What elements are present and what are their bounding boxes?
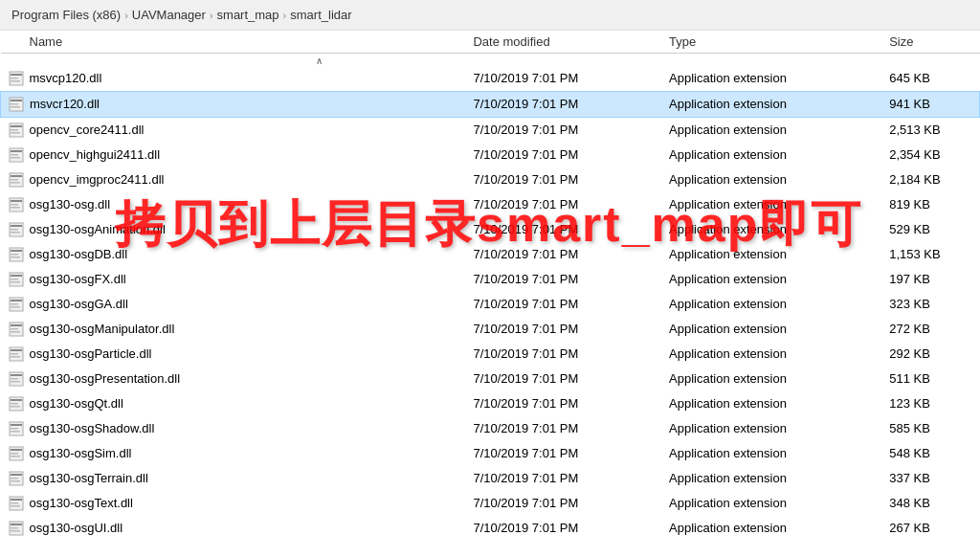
breadcrumb-item-2[interactable]: smart_map bbox=[217, 8, 279, 22]
svg-rect-70 bbox=[11, 502, 18, 504]
svg-rect-42 bbox=[11, 328, 18, 330]
file-size: 267 KB bbox=[881, 516, 979, 541]
dll-icon bbox=[9, 396, 24, 412]
svg-rect-1 bbox=[11, 74, 22, 76]
breadcrumb-item-3[interactable]: smart_lidar bbox=[290, 8, 351, 22]
svg-rect-23 bbox=[11, 207, 20, 209]
file-date: 7/10/2019 7:01 PM bbox=[465, 242, 661, 267]
file-size: 323 KB bbox=[881, 292, 979, 317]
file-name: osg130-osgShadow.dll bbox=[30, 418, 155, 439]
svg-rect-73 bbox=[11, 524, 22, 525]
column-header-name[interactable]: Name bbox=[1, 31, 466, 54]
file-date: 7/10/2019 7:01 PM bbox=[465, 441, 661, 466]
table-row[interactable]: osg130-osgTerrain.dll7/10/2019 7:01 PMAp… bbox=[1, 466, 980, 491]
svg-rect-19 bbox=[11, 182, 20, 184]
dll-icon bbox=[9, 97, 24, 112]
dll-icon bbox=[9, 297, 24, 312]
file-size: 2,184 KB bbox=[881, 167, 979, 192]
svg-rect-49 bbox=[11, 374, 22, 376]
file-name-cell: osg130-osgShadow.dll bbox=[1, 416, 466, 441]
table-row[interactable]: osg130-osgPresentation.dll7/10/2019 7:01… bbox=[1, 367, 980, 391]
file-type: Application extension bbox=[661, 118, 881, 144]
file-name-cell: osg130-osgGA.dll bbox=[1, 292, 466, 317]
table-row[interactable]: msvcr120.dll7/10/2019 7:01 PMApplication… bbox=[1, 92, 980, 118]
table-row[interactable]: osg130-osgManipulator.dll7/10/2019 7:01 … bbox=[1, 317, 980, 342]
file-name: opencv_imgproc2411.dll bbox=[30, 169, 165, 190]
file-size: 529 KB bbox=[881, 217, 979, 242]
file-name-cell: osg130-osgPresentation.dll bbox=[1, 367, 466, 391]
svg-rect-67 bbox=[11, 480, 20, 482]
file-date: 7/10/2019 7:01 PM bbox=[465, 416, 661, 441]
table-row[interactable]: osg130-osgShadow.dll7/10/2019 7:01 PMApp… bbox=[1, 416, 980, 441]
table-row[interactable]: osg130-osgFX.dll7/10/2019 7:01 PMApplica… bbox=[1, 267, 980, 292]
file-name-cell: osg130-osgUI.dll bbox=[1, 516, 466, 541]
table-row[interactable]: osg130-osgParticle.dll7/10/2019 7:01 PMA… bbox=[1, 342, 980, 367]
file-type: Application extension bbox=[661, 516, 881, 541]
svg-rect-63 bbox=[11, 456, 20, 457]
dll-icon bbox=[9, 322, 24, 337]
breadcrumb-item-0[interactable]: Program Files (x86) bbox=[11, 8, 121, 22]
svg-rect-22 bbox=[11, 204, 18, 206]
breadcrumb[interactable]: Program Files (x86) › UAVManager › smart… bbox=[0, 0, 980, 31]
file-name-cell: opencv_core2411.dll bbox=[1, 118, 466, 144]
file-name-cell: osg130-osgQt.dll bbox=[1, 391, 466, 416]
svg-rect-3 bbox=[11, 80, 20, 82]
column-header-date[interactable]: Date modified bbox=[465, 31, 661, 54]
file-name: osg130-osgParticle.dll bbox=[30, 344, 152, 365]
table-row[interactable]: opencv_imgproc2411.dll7/10/2019 7:01 PMA… bbox=[1, 167, 980, 192]
file-type: Application extension bbox=[661, 367, 881, 391]
svg-rect-13 bbox=[11, 150, 22, 152]
dll-icon bbox=[9, 421, 24, 436]
file-table: Name Date modified Type Size ∧ msvcp120.… bbox=[0, 31, 980, 541]
svg-rect-31 bbox=[11, 256, 20, 258]
file-date: 7/10/2019 7:01 PM bbox=[465, 391, 661, 416]
file-date: 7/10/2019 7:01 PM bbox=[465, 367, 661, 391]
file-name: osg130-osgDB.dll bbox=[30, 244, 128, 265]
file-name-cell: osg130-osgText.dll bbox=[1, 491, 466, 516]
table-row[interactable]: osg130-osgUI.dll7/10/2019 7:01 PMApplica… bbox=[1, 516, 980, 541]
svg-rect-17 bbox=[11, 175, 22, 177]
svg-rect-74 bbox=[11, 527, 18, 529]
table-row[interactable]: msvcp120.dll7/10/2019 7:01 PMApplication… bbox=[1, 66, 980, 92]
svg-rect-14 bbox=[11, 154, 18, 156]
file-name: osg130-osgGA.dll bbox=[30, 294, 128, 315]
svg-rect-47 bbox=[11, 356, 20, 358]
breadcrumb-item-1[interactable]: UAVManager bbox=[132, 8, 206, 22]
file-type: Application extension bbox=[661, 66, 881, 92]
svg-rect-41 bbox=[11, 324, 22, 326]
table-row[interactable]: osg130-osgSim.dll7/10/2019 7:01 PMApplic… bbox=[1, 441, 980, 466]
svg-rect-15 bbox=[11, 157, 20, 159]
svg-rect-50 bbox=[11, 378, 18, 380]
file-list-container[interactable]: Name Date modified Type Size ∧ msvcp120.… bbox=[0, 31, 980, 547]
table-row[interactable]: osg130-osgGA.dll7/10/2019 7:01 PMApplica… bbox=[1, 292, 980, 317]
file-explorer: Program Files (x86) › UAVManager › smart… bbox=[0, 0, 980, 547]
breadcrumb-sep-2: › bbox=[283, 10, 287, 21]
svg-rect-58 bbox=[11, 428, 18, 430]
file-type: Application extension bbox=[661, 192, 881, 217]
svg-rect-2 bbox=[11, 78, 18, 79]
dll-icon bbox=[9, 222, 24, 237]
dll-icon bbox=[9, 197, 24, 212]
svg-rect-21 bbox=[11, 200, 22, 202]
table-row[interactable]: osg130-osgAnimation.dll7/10/2019 7:01 PM… bbox=[1, 217, 980, 242]
column-header-type[interactable]: Type bbox=[661, 31, 881, 54]
table-row[interactable]: osg130-osg.dll7/10/2019 7:01 PMApplicati… bbox=[1, 192, 980, 217]
svg-rect-10 bbox=[11, 129, 18, 131]
table-row[interactable]: osg130-osgQt.dll7/10/2019 7:01 PMApplica… bbox=[1, 391, 980, 416]
column-header-size[interactable]: Size bbox=[881, 31, 979, 54]
file-size: 272 KB bbox=[881, 317, 979, 342]
file-name-cell: osg130-osgManipulator.dll bbox=[1, 317, 466, 342]
file-type: Application extension bbox=[661, 317, 881, 342]
svg-rect-39 bbox=[11, 306, 20, 308]
table-row[interactable]: opencv_highgui2411.dll7/10/2019 7:01 PMA… bbox=[1, 143, 980, 167]
dll-icon bbox=[9, 172, 24, 188]
table-row[interactable]: osg130-osgDB.dll7/10/2019 7:01 PMApplica… bbox=[1, 242, 980, 267]
svg-rect-9 bbox=[11, 125, 22, 127]
svg-rect-27 bbox=[11, 232, 20, 234]
file-date: 7/10/2019 7:01 PM bbox=[465, 118, 661, 144]
file-size: 2,354 KB bbox=[881, 143, 979, 167]
svg-rect-11 bbox=[11, 132, 20, 134]
table-row[interactable]: opencv_core2411.dll7/10/2019 7:01 PMAppl… bbox=[1, 118, 980, 144]
table-row[interactable]: osg130-osgText.dll7/10/2019 7:01 PMAppli… bbox=[1, 491, 980, 516]
breadcrumb-sep-0: › bbox=[124, 10, 128, 21]
